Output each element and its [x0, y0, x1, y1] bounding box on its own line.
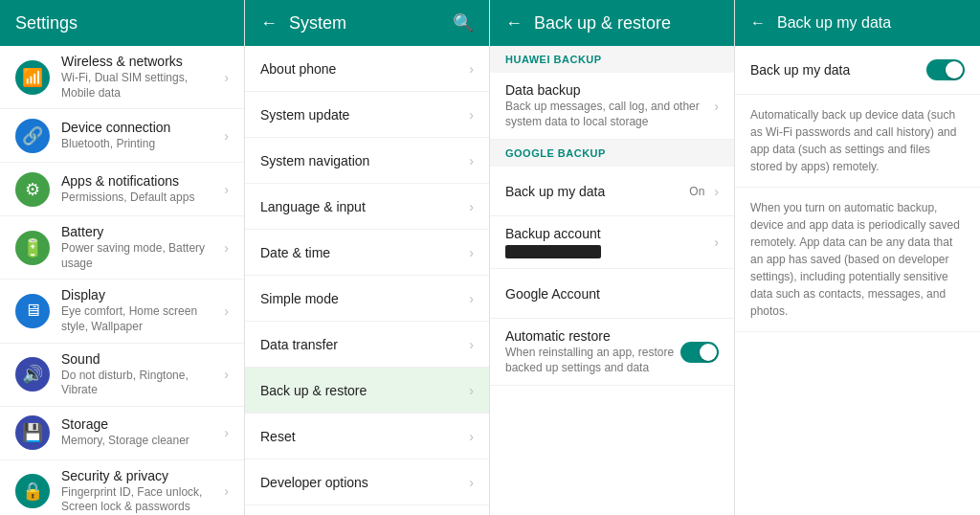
system-item-update[interactable]: System update › [245, 92, 489, 138]
display-icon: 🖥 [15, 294, 50, 328]
backup_account-text: Backup account [505, 226, 710, 258]
backup_my_data-text: Back up my data [505, 184, 689, 199]
system-item-backup[interactable]: Back up & restore › [245, 368, 489, 414]
backup-header: ← Back up & restore [490, 0, 734, 46]
reset-label: Reset [260, 429, 465, 444]
detail-title: Back up my data [777, 14, 891, 32]
settings-title: Settings [15, 13, 229, 34]
settings-item-storage[interactable]: 💾 Storage Memory, Storage cleaner › [0, 407, 244, 460]
settings-item-sound[interactable]: 🔊 Sound Do not disturb, Ringtone, Vibrat… [0, 344, 244, 407]
system-search-icon[interactable]: 🔍 [453, 12, 474, 34]
security-subtitle: Fingerprint ID, Face unlock, Screen lock… [61, 485, 220, 515]
backup_account-title: Backup account [505, 226, 710, 241]
auto_restore-toggle[interactable] [680, 342, 719, 363]
battery-title: Battery [61, 224, 220, 239]
system-panel: ← System 🔍 About phone › System update ›… [245, 0, 490, 515]
sound-title: Sound [61, 351, 220, 367]
system-item-experience[interactable]: User experience improvement › [245, 505, 489, 515]
wireless-chevron: › [224, 70, 229, 85]
system-item-datetime[interactable]: Date & time › [245, 230, 489, 276]
backup-item-backup_my_data[interactable]: Back up my data On› [490, 167, 734, 216]
sound-icon: 🔊 [15, 357, 50, 392]
wireless-title: Wireless & networks [61, 54, 220, 69]
auto_restore-subtitle: When reinstalling an app, restore backed… [505, 346, 680, 375]
system-header: ← System 🔍 [245, 0, 489, 46]
system-list: About phone › System update › System nav… [245, 46, 489, 515]
backup-back-icon[interactable]: ← [505, 13, 523, 34]
battery-text: Battery Power saving mode, Battery usage [61, 224, 220, 271]
google_account-title: Google Account [505, 286, 719, 302]
language-chevron: › [469, 199, 474, 214]
settings-list: 📶 Wireless & networks Wi-Fi, Dual SIM se… [0, 46, 244, 515]
security-text: Security & privacy Fingerprint ID, Face … [61, 468, 220, 515]
security-title: Security & privacy [61, 468, 220, 483]
display-text: Display Eye comfort, Home screen style, … [61, 287, 220, 334]
system-item-about[interactable]: About phone › [245, 46, 489, 92]
display-title: Display [61, 287, 220, 302]
wireless-icon: 📶 [15, 60, 50, 95]
system-item-language[interactable]: Language & input › [245, 184, 489, 230]
sound-chevron: › [224, 367, 229, 382]
storage-title: Storage [61, 416, 220, 432]
storage-subtitle: Memory, Storage cleaner [61, 434, 220, 449]
backup-my-data-toggle[interactable] [926, 59, 965, 80]
system-item-navigation[interactable]: System navigation › [245, 138, 489, 184]
backup-item-google_account[interactable]: Google Account [490, 269, 734, 319]
detail-description2: When you turn on automatic backup, devic… [735, 188, 980, 332]
settings-item-display[interactable]: 🖥 Display Eye comfort, Home screen style… [0, 280, 244, 343]
settings-item-apps[interactable]: ⚙ Apps & notifications Permissions, Defa… [0, 163, 244, 216]
detail-description1: Automatically back up device data (such … [735, 95, 980, 188]
device-chevron: › [224, 128, 229, 144]
wireless-text: Wireless & networks Wi-Fi, Dual SIM sett… [61, 54, 220, 101]
section-header-huawei: HUAWEI BACKUP [490, 46, 734, 73]
auto_restore-text: Automatic restore When reinstalling an a… [505, 328, 680, 375]
navigation-label: System navigation [260, 153, 465, 168]
settings-item-security[interactable]: 🔒 Security & privacy Fingerprint ID, Fac… [0, 460, 244, 515]
backup-item-backup_account[interactable]: Backup account › [490, 216, 734, 269]
backup-chevron: › [469, 383, 474, 398]
update-label: System update [260, 107, 465, 123]
device-text: Device connection Bluetooth, Printing [61, 120, 220, 152]
datetime-label: Date & time [260, 245, 465, 260]
section-header-google: GOOGLE BACKUP [490, 140, 734, 167]
backup-panel: ← Back up & restore HUAWEI BACKUP Data b… [490, 0, 735, 515]
apps-text: Apps & notifications Permissions, Defaul… [61, 173, 220, 206]
settings-item-device[interactable]: 🔗 Device connection Bluetooth, Printing … [0, 109, 244, 163]
system-item-reset[interactable]: Reset › [245, 414, 489, 459]
toggle-knob [700, 344, 717, 361]
storage-text: Storage Memory, Storage cleaner [61, 416, 220, 449]
system-back-icon[interactable]: ← [260, 13, 278, 34]
security-chevron: › [224, 483, 229, 499]
detail-panel: ← Back up my data Back up my data Automa… [735, 0, 980, 515]
settings-panel: Settings 📶 Wireless & networks Wi-Fi, Du… [0, 0, 245, 515]
navigation-chevron: › [469, 153, 474, 168]
auto_restore-title: Automatic restore [505, 328, 680, 344]
backup-item-auto_restore[interactable]: Automatic restore When reinstalling an a… [490, 319, 734, 386]
detail-top-row: Back up my data [735, 46, 980, 95]
device-icon: 🔗 [15, 119, 50, 153]
detail-back-icon[interactable]: ← [750, 14, 766, 32]
security-icon: 🔒 [15, 474, 50, 508]
system-item-developer[interactable]: Developer options › [245, 459, 489, 505]
transfer-label: Data transfer [260, 337, 465, 352]
update-chevron: › [469, 107, 474, 123]
google_account-text: Google Account [505, 286, 719, 302]
settings-item-battery[interactable]: 🔋 Battery Power saving mode, Battery usa… [0, 216, 244, 280]
backup-item-data_backup[interactable]: Data backup Back up messages, call log, … [490, 73, 734, 140]
settings-item-wireless[interactable]: 📶 Wireless & networks Wi-Fi, Dual SIM se… [0, 46, 244, 109]
backup-list: HUAWEI BACKUP Data backup Back up messag… [490, 46, 734, 386]
apps-subtitle: Permissions, Default apps [61, 190, 220, 206]
backup-label: Back up & restore [260, 383, 465, 398]
sound-text: Sound Do not disturb, Ringtone, Vibrate [61, 351, 220, 398]
simple-label: Simple mode [260, 291, 465, 306]
data_backup-subtitle: Back up messages, call log, and other sy… [505, 100, 710, 129]
detail-header: ← Back up my data [735, 0, 980, 46]
apps-title: Apps & notifications [61, 173, 220, 189]
wireless-subtitle: Wi-Fi, Dual SIM settings, Mobile data [61, 71, 220, 101]
transfer-chevron: › [469, 337, 474, 352]
system-item-transfer[interactable]: Data transfer › [245, 322, 489, 368]
simple-chevron: › [469, 291, 474, 306]
developer-chevron: › [469, 475, 474, 490]
battery-icon: 🔋 [15, 231, 50, 265]
system-item-simple[interactable]: Simple mode › [245, 276, 489, 322]
